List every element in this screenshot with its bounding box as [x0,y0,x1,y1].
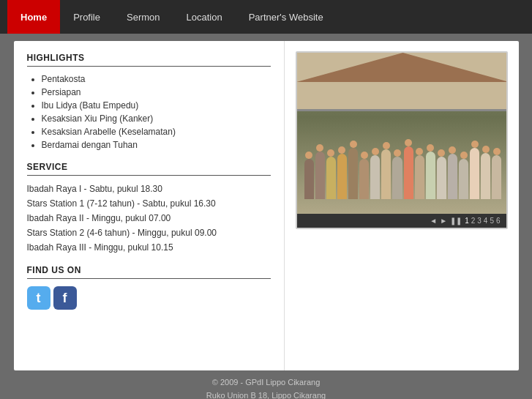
person [481,153,490,199]
page-num-4[interactable]: 4 [484,217,488,225]
prev-button[interactable]: ◄ [430,217,437,225]
person [492,155,501,199]
service-item: Stars Station 2 (4-6 tahun) - Minggu, pu… [27,227,271,239]
facebook-icon[interactable]: f [53,286,77,310]
person [404,146,413,199]
nav-item-partner-s-website[interactable]: Partner's Website [236,0,337,34]
service-section: SERVICE Ibadah Raya I - Sabtu, pukul 18.… [27,162,271,253]
page-num-2[interactable]: 2 [471,217,476,225]
footer-line2: Ruko Union B 18, Lippo Cikarang [0,389,532,399]
service-item: Stars Station 1 (7-12 tahun) - Sabtu, pu… [27,198,271,209]
page-num-1[interactable]: 1 [465,217,469,225]
highlights-list: PentakostaPersiapanIbu Lidya (Batu Emped… [27,74,271,150]
person [392,157,402,199]
page-num-5[interactable]: 5 [490,217,494,225]
person [304,159,314,199]
highlight-item: Persiapan [42,87,271,97]
nav-item-location[interactable]: Location [173,0,236,34]
person [415,155,424,199]
right-panel: ◄ ► ❚❚ 123456 [285,41,519,370]
play-button[interactable]: ► [440,217,447,225]
person [337,154,347,199]
highlights-section: HIGHLIGHTS PentakostaPersiapanIbu Lidya … [27,53,271,150]
person [437,157,446,199]
twitter-icon[interactable]: t [27,286,50,310]
left-panel: HIGHLIGHTS PentakostaPersiapanIbu Lidya … [14,41,285,370]
find-us-divider [27,278,271,279]
photo-controls: ◄ ► ❚❚ 123456 [297,214,506,228]
highlight-item: Kesaksian Arabelle (Keselamatan) [42,127,271,137]
person [370,155,380,199]
highlight-item: Ibu Lidya (Batu Empedu) [42,100,271,111]
nav-item-profile[interactable]: Profile [60,0,113,34]
pause-button[interactable]: ❚❚ [450,217,462,225]
person [359,159,369,199]
service-list: Ibadah Raya I - Sabtu, pukul 18.30Stars … [27,183,271,253]
people-row [304,104,502,199]
service-item: Ibadah Raya I - Sabtu, pukul 18.30 [27,183,271,195]
page-numbers: 123456 [465,217,500,225]
navbar: HomeProfileSermonLocationPartner's Websi… [0,0,532,34]
person [348,148,358,199]
service-item: Ibadah Raya III - Minggu, pukul 10.15 [27,242,271,253]
photo-frame: ◄ ► ❚❚ 123456 [296,51,508,229]
page-num-6[interactable]: 6 [496,217,501,225]
nav-item-home[interactable]: Home [7,0,60,34]
footer: © 2009 - GPdI Lippo Cikarang Ruko Union … [0,370,532,399]
find-us-section: FIND US ON t f [27,265,271,310]
service-divider [27,175,271,176]
nav-item-sermon[interactable]: Sermon [113,0,173,34]
person [426,152,435,199]
page-num-3[interactable]: 3 [477,217,482,225]
service-item: Ibadah Raya II - Minggu, pukul 07.00 [27,212,271,224]
find-us-title: FIND US ON [27,265,271,275]
person [326,157,336,199]
service-title: SERVICE [27,162,271,172]
highlight-item: Kesaksian Xiu Ping (Kanker) [42,113,271,124]
person [381,149,391,199]
person [470,148,479,199]
footer-line1: © 2009 - GPdI Lippo Cikarang [0,376,532,389]
social-icons: t f [27,286,271,310]
main-content: HIGHLIGHTS PentakostaPersiapanIbu Lidya … [14,41,519,370]
person [459,159,468,199]
person [448,154,457,199]
highlight-item: Berdamai dengan Tuhan [42,140,271,150]
person [315,152,325,199]
photo-image [297,53,508,214]
highlights-divider [27,66,271,67]
highlight-item: Pentakosta [42,74,271,84]
highlights-title: HIGHLIGHTS [27,53,271,63]
